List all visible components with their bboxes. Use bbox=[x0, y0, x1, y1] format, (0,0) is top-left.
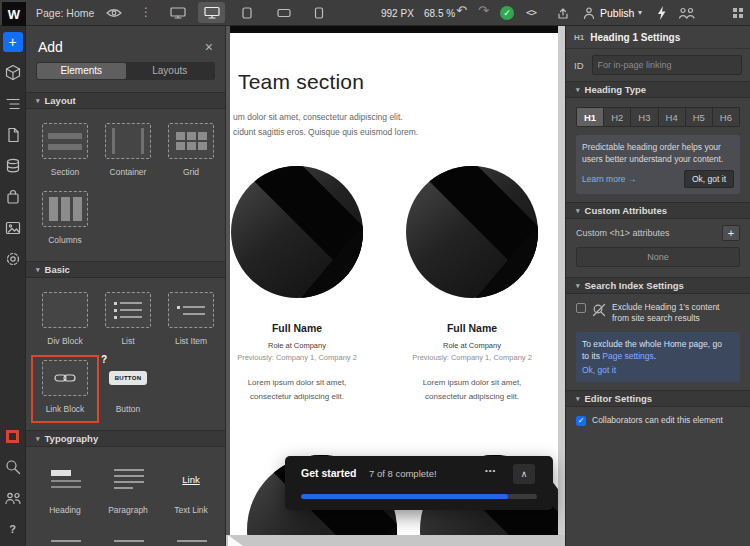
section-header-basic[interactable]: ▾ Basic bbox=[26, 261, 225, 278]
heading-option-h3[interactable]: H3 bbox=[631, 107, 658, 127]
learn-more-link[interactable]: Learn more → bbox=[582, 173, 636, 185]
vertical-scrollbar[interactable] bbox=[558, 26, 565, 535]
assets-icon[interactable] bbox=[3, 218, 23, 238]
member-photo-placeholder[interactable] bbox=[406, 166, 538, 298]
heading-option-h5[interactable]: H5 bbox=[686, 107, 713, 127]
navigator-icon[interactable] bbox=[3, 94, 23, 114]
element-tile-text[interactable]: Text bbox=[36, 529, 94, 546]
element-tile-div-block[interactable]: Div Block bbox=[36, 292, 94, 348]
publish-button[interactable]: Publish bbox=[600, 7, 634, 19]
member-bio[interactable]: Lorem ipsum dolor sit amet, consectetur … bbox=[231, 376, 363, 404]
element-tile-columns[interactable]: Columns bbox=[36, 191, 94, 247]
redo-icon[interactable]: ↷ bbox=[478, 4, 489, 17]
element-tile-list[interactable]: List bbox=[99, 292, 157, 348]
more-options-icon[interactable]: ••• bbox=[485, 466, 496, 475]
element-tile-button[interactable]: BUTTON Button bbox=[99, 360, 157, 416]
breakpoint-desktop-large-icon[interactable] bbox=[170, 7, 186, 19]
paragraph-icon bbox=[105, 461, 151, 497]
section-header-custom-attributes[interactable]: ▾ Custom Attributes bbox=[566, 202, 750, 219]
element-tile-heading[interactable]: Heading bbox=[36, 461, 94, 517]
collaborators-icon[interactable] bbox=[678, 7, 696, 19]
pages-icon[interactable] bbox=[3, 125, 23, 145]
breakpoint-desktop-active[interactable] bbox=[198, 2, 225, 23]
audience-icon[interactable] bbox=[582, 6, 596, 20]
horizontal-scrollbar[interactable] bbox=[226, 535, 565, 546]
member-role[interactable]: Role at Company bbox=[231, 341, 363, 350]
heading-option-h4[interactable]: H4 bbox=[659, 107, 686, 127]
close-icon[interactable]: × bbox=[205, 40, 213, 54]
chevron-down-icon: ▾ bbox=[36, 97, 40, 105]
more-menu-icon[interactable]: ⋮ bbox=[140, 5, 152, 19]
intro-paragraph[interactable]: um dolor sit amet, consectetur adipiscin… bbox=[233, 110, 418, 140]
breakpoint-phone-portrait-icon[interactable] bbox=[314, 7, 324, 19]
design-canvas: Team section um dolor sit amet, consecte… bbox=[226, 26, 565, 546]
element-tile-paragraph[interactable]: Paragraph bbox=[99, 461, 157, 517]
heading-option-h2[interactable]: H2 bbox=[604, 107, 631, 127]
element-tile-text-link[interactable]: Link Text Link bbox=[162, 461, 220, 517]
id-input[interactable] bbox=[592, 55, 743, 75]
collapse-toast-button[interactable]: ∧ bbox=[513, 464, 535, 484]
ecommerce-icon[interactable] bbox=[3, 187, 23, 207]
member-photo-placeholder[interactable] bbox=[231, 166, 363, 298]
search-icon[interactable] bbox=[3, 457, 23, 477]
element-tile[interactable] bbox=[99, 529, 157, 546]
settings-gear-icon[interactable] bbox=[3, 249, 23, 269]
breakpoint-tablet-icon[interactable] bbox=[241, 7, 253, 19]
heading-option-h6[interactable]: H6 bbox=[713, 107, 740, 127]
button-icon: BUTTON bbox=[105, 360, 151, 396]
element-tile-container[interactable]: Container bbox=[99, 123, 157, 179]
tab-elements[interactable]: Elements bbox=[37, 63, 126, 79]
text-block-icon bbox=[105, 529, 151, 546]
element-tile-link-block[interactable]: Link Block ? bbox=[36, 360, 94, 416]
cms-icon[interactable] bbox=[3, 156, 23, 176]
exclude-search-checkbox[interactable] bbox=[576, 303, 586, 313]
undo-icon[interactable]: ↶ bbox=[456, 4, 467, 17]
community-icon[interactable] bbox=[3, 488, 23, 508]
member-previously[interactable]: Previously: Company 1, Company 2 bbox=[231, 353, 363, 362]
team-section-heading[interactable]: Team section bbox=[238, 70, 364, 94]
section-header-editor-settings[interactable]: ▾ Editor Settings bbox=[566, 390, 750, 407]
member-bio[interactable]: Lorem ipsum dolor sit amet, consectetur … bbox=[406, 376, 538, 404]
preview-eye-icon[interactable] bbox=[106, 8, 122, 18]
collaborators-edit-checkbox[interactable]: ✓ bbox=[576, 416, 586, 426]
publish-caret-icon[interactable]: ▾ bbox=[638, 8, 642, 17]
add-elements-button[interactable]: + bbox=[3, 32, 23, 52]
settings-panel-title: Heading 1 Settings bbox=[590, 32, 680, 43]
ok-got-it-link[interactable]: Ok, got it bbox=[582, 364, 734, 376]
code-export-icon[interactable]: <> bbox=[526, 7, 536, 18]
page-settings-link[interactable]: Page settings bbox=[602, 351, 654, 361]
page-selector[interactable]: Page: Home bbox=[36, 7, 94, 19]
team-member-card[interactable]: Full Name Role at Company Previously: Co… bbox=[231, 166, 363, 404]
video-tutorials-icon[interactable] bbox=[3, 426, 23, 446]
element-tile[interactable] bbox=[162, 529, 220, 546]
layout-tiles: Section Container Grid Columns bbox=[26, 109, 225, 261]
team-member-card[interactable]: Full Name Role at Company Previously: Co… bbox=[406, 166, 538, 404]
element-tile-grid[interactable]: Grid bbox=[162, 123, 220, 179]
member-previously[interactable]: Previously: Company 1, Company 2 bbox=[406, 353, 538, 362]
zoom-level-value[interactable]: 68.5 % bbox=[424, 8, 455, 19]
section-header-typography[interactable]: ▾ Typography bbox=[26, 430, 225, 447]
heading-option-h1[interactable]: H1 bbox=[576, 107, 604, 127]
apps-grid-icon[interactable] bbox=[733, 8, 743, 18]
components-icon[interactable] bbox=[3, 63, 23, 83]
chevron-down-icon: ▾ bbox=[576, 86, 580, 94]
member-role[interactable]: Role at Company bbox=[406, 341, 538, 350]
help-icon[interactable]: ? bbox=[3, 519, 23, 539]
ok-got-it-button[interactable]: Ok, got it bbox=[684, 170, 734, 188]
member-name[interactable]: Full Name bbox=[231, 322, 363, 334]
member-name[interactable]: Full Name bbox=[406, 322, 538, 334]
webflow-logo[interactable]: W bbox=[2, 2, 26, 26]
section-header-heading-type[interactable]: ▾ Heading Type bbox=[566, 81, 750, 98]
breakpoint-phone-landscape-icon[interactable] bbox=[277, 8, 291, 18]
section-header-layout[interactable]: ▾ Layout bbox=[26, 92, 225, 109]
share-icon[interactable] bbox=[556, 6, 570, 20]
element-tile-list-item[interactable]: List Item bbox=[162, 292, 220, 348]
add-attribute-button[interactable]: + bbox=[722, 225, 740, 241]
element-tile-section[interactable]: Section bbox=[36, 123, 94, 179]
canvas-width-value[interactable]: 992 PX bbox=[381, 8, 414, 19]
toast-progress-text: 7 of 8 complete! bbox=[369, 468, 437, 479]
page-nav-strip[interactable] bbox=[230, 26, 558, 33]
lightning-icon[interactable] bbox=[656, 5, 667, 21]
tab-layouts[interactable]: Layouts bbox=[126, 63, 215, 79]
section-header-search-index[interactable]: ▾ Search Index Settings bbox=[566, 277, 750, 294]
